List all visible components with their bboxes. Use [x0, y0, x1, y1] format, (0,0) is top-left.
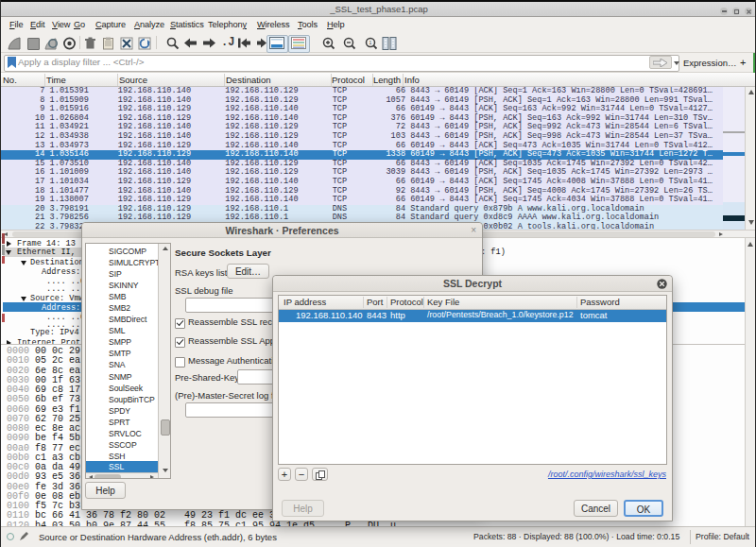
- svg-text:1: 1: [369, 40, 372, 45]
